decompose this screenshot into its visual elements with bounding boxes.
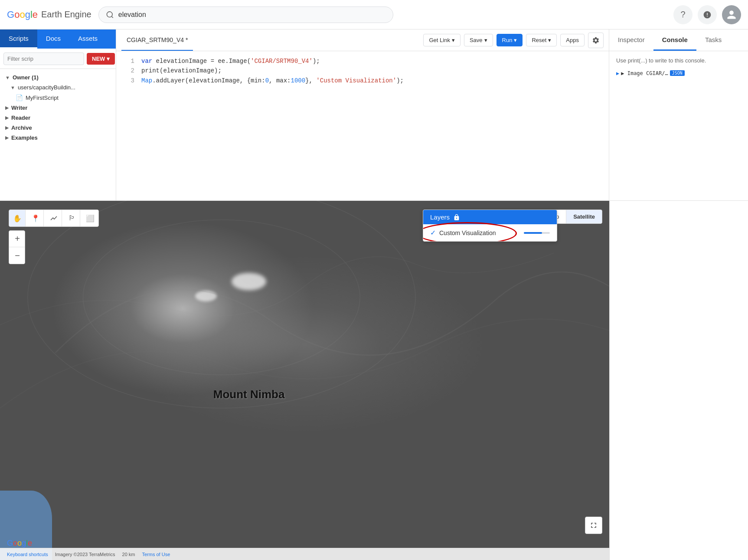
tab-inspector[interactable]: Inspector bbox=[609, 29, 653, 51]
user-avatar-button[interactable] bbox=[722, 5, 741, 24]
tab-scripts[interactable]: Scripts bbox=[0, 29, 37, 49]
dropdown-arrow-icon: ▾ bbox=[484, 37, 487, 43]
tree-owner[interactable]: ▼ Owner (1) bbox=[0, 72, 116, 82]
writer-label: Writer bbox=[11, 105, 27, 111]
layers-title: Layers bbox=[430, 213, 450, 221]
right-tabs: Inspector Console Tasks bbox=[609, 29, 748, 51]
expand-icon: ▼ bbox=[10, 85, 15, 90]
search-input[interactable] bbox=[118, 11, 386, 19]
settings-button[interactable] bbox=[588, 33, 604, 48]
point-tool[interactable]: 📍 bbox=[27, 210, 44, 226]
layer-checkmark: ✓ bbox=[430, 229, 436, 237]
apps-button[interactable]: Apps bbox=[560, 34, 585, 46]
file-label: MyFirstScript bbox=[26, 95, 59, 101]
expand-icon: ▶ bbox=[5, 105, 9, 111]
lock-icon bbox=[453, 214, 460, 221]
layers-panel: Layers ✓ Custom Visualization bbox=[423, 210, 557, 242]
console-content: Use print(...) to write to this console.… bbox=[609, 51, 748, 200]
tab-tasks[interactable]: Tasks bbox=[696, 29, 730, 51]
expand-arrow-icon[interactable]: ▶ bbox=[616, 70, 619, 76]
map-controls-left: ✋ 📍 🏳 ⬜ + − bbox=[9, 210, 99, 264]
top-section: Scripts Docs Assets NEW ▾ ↻ ▼ Owner (1) … bbox=[0, 29, 748, 201]
notifications-button[interactable] bbox=[698, 5, 717, 24]
get-link-button[interactable]: Get Link ▾ bbox=[423, 34, 460, 46]
code-toolbar: CGIAR_SRTM90_V4 * Get Link ▾ Save ▾ Run … bbox=[116, 29, 609, 51]
tree-examples[interactable]: ▶ Examples bbox=[0, 133, 116, 143]
map-area[interactable]: Mount Nimba ✋ 📍 🏳 ⬜ + − bbox=[0, 201, 609, 560]
run-button[interactable]: Run ▾ bbox=[496, 34, 523, 46]
dropdown-arrow-icon: ▾ bbox=[452, 37, 455, 43]
code-line-2: 2 print(elevationImage); bbox=[116, 66, 609, 75]
scale-indicator: 20 km bbox=[122, 552, 135, 557]
map-tool-row: ✋ 📍 🏳 ⬜ bbox=[9, 210, 99, 227]
search-icon bbox=[106, 10, 114, 19]
svg-point-3 bbox=[83, 220, 360, 375]
fullscreen-button[interactable] bbox=[585, 517, 602, 534]
expand-icon: ▶ bbox=[5, 115, 9, 121]
header-right: ? bbox=[673, 5, 741, 24]
expand-icon: ▶ bbox=[5, 135, 9, 141]
file-icon: 📄 bbox=[16, 94, 23, 101]
tree-view: ▼ Owner (1) ▼ users/capacityBuildin... 📄… bbox=[0, 69, 116, 200]
layer-opacity-slider[interactable] bbox=[524, 232, 550, 234]
full-layout: Scripts Docs Assets NEW ▾ ↻ ▼ Owner (1) … bbox=[0, 29, 748, 560]
left-panel: Scripts Docs Assets NEW ▾ ↻ ▼ Owner (1) … bbox=[0, 29, 116, 200]
tab-docs[interactable]: Docs bbox=[37, 29, 69, 49]
tree-writer[interactable]: ▶ Writer bbox=[0, 103, 116, 113]
console-result[interactable]: ▶ ▶ Image CGIAR/… JSON bbox=[616, 70, 741, 76]
tree-reader[interactable]: ▶ Reader bbox=[0, 113, 116, 123]
tab-console[interactable]: Console bbox=[653, 29, 696, 51]
pan-tool[interactable]: ✋ bbox=[9, 210, 26, 226]
svg-line-1 bbox=[111, 16, 113, 17]
code-line-3: 3 Map.addLayer(elevationImage, {min:0, m… bbox=[116, 76, 609, 85]
draw-tool[interactable] bbox=[46, 210, 62, 226]
tree-user-folder[interactable]: ▼ users/capacityBuildin... bbox=[0, 82, 116, 92]
terms-link[interactable]: Terms of Use bbox=[142, 552, 170, 557]
rectangle-tool[interactable]: ⬜ bbox=[82, 210, 98, 226]
zoom-in-button[interactable]: + bbox=[9, 231, 25, 247]
bell-icon bbox=[703, 10, 712, 19]
draw-icon bbox=[50, 214, 58, 222]
filter-input[interactable] bbox=[3, 52, 84, 65]
tree-group-label: Owner (1) bbox=[13, 74, 39, 81]
examples-label: Examples bbox=[11, 134, 38, 141]
code-editor[interactable]: 1 var elevationImage = ee.Image('CGIAR/S… bbox=[116, 51, 609, 200]
code-panel: CGIAR_SRTM90_V4 * Get Link ▾ Save ▾ Run … bbox=[116, 29, 609, 200]
svg-point-0 bbox=[107, 11, 112, 17]
tab-assets[interactable]: Assets bbox=[69, 29, 106, 49]
reset-button[interactable]: Reset ▾ bbox=[526, 34, 557, 46]
user-folder-label: users/capacityBuildin... bbox=[18, 84, 75, 91]
expand-icon: ▼ bbox=[5, 75, 10, 80]
google-attribution: Google bbox=[7, 539, 32, 548]
dropdown-arrow-icon: ▾ bbox=[514, 37, 517, 43]
tree-archive[interactable]: ▶ Archive bbox=[0, 123, 116, 133]
avatar-icon bbox=[726, 10, 737, 20]
expand-icon: ▶ bbox=[5, 125, 9, 131]
search-bar[interactable] bbox=[98, 7, 393, 23]
polygon-tool[interactable]: 🏳 bbox=[64, 210, 80, 226]
save-button[interactable]: Save ▾ bbox=[464, 34, 493, 46]
zoom-controls: + − bbox=[9, 230, 25, 264]
layers-body: ✓ Custom Visualization bbox=[423, 224, 557, 241]
right-panel-bottom bbox=[609, 201, 748, 560]
layers-header: Layers bbox=[423, 210, 557, 224]
dropdown-arrow: ▾ bbox=[107, 56, 110, 62]
fullscreen-icon bbox=[589, 521, 598, 530]
map-type-satellite[interactable]: Satellite bbox=[566, 210, 602, 223]
json-badge[interactable]: JSON bbox=[670, 70, 685, 76]
panel-tabs: Scripts Docs Assets bbox=[0, 29, 116, 49]
zoom-out-button[interactable]: − bbox=[9, 247, 25, 264]
tree-file-myfirstscript[interactable]: 📄 MyFirstScript bbox=[0, 92, 116, 103]
bottom-section: Mount Nimba ✋ 📍 🏳 ⬜ + − bbox=[0, 201, 748, 560]
filter-row: NEW ▾ ↻ bbox=[0, 49, 116, 69]
new-button[interactable]: NEW ▾ bbox=[87, 53, 115, 65]
layer-name: Custom Visualization bbox=[439, 229, 520, 236]
map-bottom-bar: Keyboard shortcuts Imagery ©2023 TerraMe… bbox=[0, 548, 609, 560]
file-tab[interactable]: CGIAR_SRTM90_V4 * bbox=[121, 29, 193, 51]
reader-label: Reader bbox=[11, 115, 30, 121]
console-result-text: ▶ Image CGIAR/… bbox=[621, 70, 668, 76]
imagery-attribution: Imagery ©2023 TerraMetrics bbox=[55, 552, 115, 557]
keyboard-shortcuts-link[interactable]: Keyboard shortcuts bbox=[7, 552, 48, 557]
help-button[interactable]: ? bbox=[673, 5, 692, 24]
layer-opacity-fill bbox=[524, 232, 542, 234]
